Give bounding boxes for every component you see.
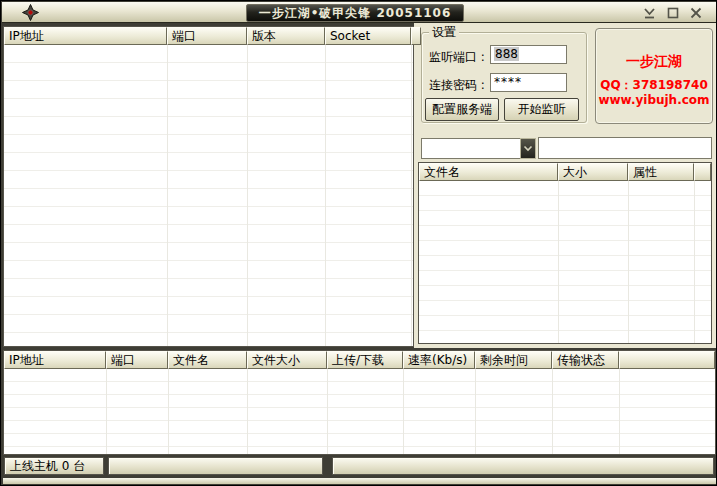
- configure-server-button[interactable]: 配置服务端: [425, 98, 499, 121]
- grid-line: [247, 45, 248, 346]
- column-header-status[interactable]: 传输状态: [552, 351, 619, 369]
- grid-line: [106, 369, 107, 454]
- column-header-filesize[interactable]: 文件大小: [247, 351, 327, 369]
- grid-line: [168, 369, 169, 454]
- column-header-socket[interactable]: Socket: [325, 27, 411, 45]
- file-list: 文件名 大小 属性: [418, 162, 712, 344]
- column-header-filler: [411, 27, 421, 45]
- column-header-ip[interactable]: IP地址: [4, 27, 167, 45]
- password-value: ****: [494, 75, 522, 89]
- column-header-port[interactable]: 端口: [167, 27, 247, 45]
- column-header-rate[interactable]: 速率(Kb/s): [403, 351, 475, 369]
- listen-port-value: 888: [494, 47, 519, 61]
- column-header-port[interactable]: 端口: [106, 351, 168, 369]
- statusbar-online-hosts: 上线主机 0 台: [4, 457, 104, 475]
- clients-list-header: IP地址 端口 版本 Socket: [4, 27, 413, 45]
- brand-name: 一步江湖: [595, 53, 713, 71]
- password-input[interactable]: ****: [490, 73, 567, 92]
- column-header-version[interactable]: 版本: [247, 27, 325, 45]
- minimize-button[interactable]: [641, 6, 658, 20]
- maximize-icon: [667, 7, 679, 19]
- path-input[interactable]: [538, 137, 712, 159]
- settings-group-label: 设置: [429, 25, 459, 39]
- password-label: 连接密码 :: [429, 77, 485, 94]
- transfers-list-header: IP地址 端口 文件名 文件大小 上传/下载 速率(Kb/s) 剩余时间 传输状…: [4, 351, 715, 369]
- grid-line: [694, 181, 695, 343]
- grid-line: [327, 369, 328, 454]
- close-icon: [690, 7, 702, 19]
- grid-line: [167, 45, 168, 346]
- listen-port-label: 监听端口 :: [429, 49, 485, 66]
- grid-line: [628, 181, 629, 343]
- app-window: 一步江湖•破甲尖锋 20051106: [0, 0, 717, 486]
- grid-line: [247, 369, 248, 454]
- column-header-filename[interactable]: 文件名: [419, 163, 558, 181]
- window-title: 一步江湖•破甲尖锋 20051106: [259, 5, 452, 22]
- title-bar[interactable]: 一步江湖•破甲尖锋 20051106: [2, 2, 716, 23]
- column-header-timeleft[interactable]: 剩余时间: [475, 351, 552, 369]
- grid-line: [411, 45, 412, 346]
- grid-line: [552, 369, 553, 454]
- clients-list: IP地址 端口 版本 Socket: [3, 26, 414, 347]
- clients-list-body[interactable]: [4, 45, 413, 346]
- column-header-size[interactable]: 大小: [558, 163, 628, 181]
- title-plate: 一步江湖•破甲尖锋 20051106: [246, 4, 464, 22]
- drive-combo[interactable]: [421, 138, 521, 159]
- column-header-attributes[interactable]: 属性: [628, 163, 694, 181]
- column-header-filler: [694, 163, 711, 181]
- column-header-filler: [619, 351, 715, 369]
- grid-line: [558, 181, 559, 343]
- app-icon: [22, 4, 39, 21]
- grid-line: [403, 369, 404, 454]
- brand-qq: QQ：378198740: [595, 77, 713, 94]
- statusbar-panel-3: [332, 457, 714, 475]
- file-list-header: 文件名 大小 属性: [419, 163, 711, 181]
- transfers-list: IP地址 端口 文件名 文件大小 上传/下载 速率(Kb/s) 剩余时间 传输状…: [3, 350, 716, 455]
- close-button[interactable]: [687, 6, 704, 20]
- chevron-down-icon: [523, 145, 533, 152]
- maximize-button[interactable]: [664, 6, 681, 20]
- transfers-list-body[interactable]: [4, 369, 715, 454]
- brand-website: www.yibujh.com: [595, 93, 713, 107]
- grid-line: [475, 369, 476, 454]
- window-controls: [641, 6, 704, 20]
- statusbar-panel-2: [108, 457, 323, 475]
- grid-line: [325, 45, 326, 346]
- column-header-updown[interactable]: 上传/下载: [327, 351, 403, 369]
- start-listen-button[interactable]: 开始监听: [504, 98, 579, 121]
- listen-port-input[interactable]: 888: [490, 45, 567, 64]
- grid-line: [619, 369, 620, 454]
- column-header-filename[interactable]: 文件名: [168, 351, 247, 369]
- window-bottom-edge: [3, 478, 716, 484]
- branding-box: [595, 28, 713, 124]
- column-header-ip[interactable]: IP地址: [4, 351, 106, 369]
- minimize-icon: [643, 7, 656, 19]
- file-list-body[interactable]: [419, 181, 711, 343]
- drive-combo-dropdown-button[interactable]: [520, 138, 536, 159]
